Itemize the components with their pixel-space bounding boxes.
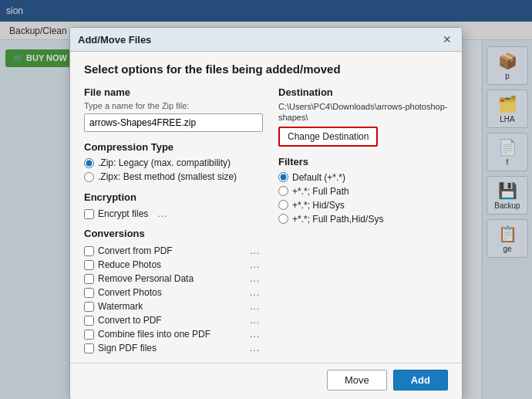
conversion-label-4: Watermark [98,301,143,312]
conversion-row-0: Convert from PDF ... [84,244,263,258]
conversion-row-1: Reduce Photos ... [84,258,263,272]
conversion-label-7: Sign PDF files [98,343,157,353]
conversion-dots-3[interactable]: ... [247,286,263,299]
destination-label: Destination [278,86,448,98]
conversion-checkbox-6[interactable] [84,330,94,340]
conversion-checkbox-7[interactable] [84,343,94,353]
dialog-close-button[interactable]: ✕ [440,32,454,46]
destination-path: C:\Users\PC4\Downloads\arrows-photoshop-… [278,101,448,123]
conversion-row-3: Convert Photos ... [84,286,263,299]
conversion-label-0: Convert from PDF [98,245,173,256]
conversion-checkbox-2[interactable] [84,274,94,284]
filter-default-label: Default (+*.*) [292,172,345,183]
add-button[interactable]: Add [393,370,448,391]
encryption-dots-button[interactable]: ... [154,208,170,220]
filter-fullpath-hidsys-radio[interactable] [278,214,288,224]
dialog-titlebar: Add/Move Files ✕ [70,28,462,52]
compression-legacy-label: .Zip: Legacy (max. compatibility) [98,157,231,168]
filter-hidsys-option[interactable]: +*.*; Hid/Sys [278,200,448,211]
conversion-dots-4[interactable]: ... [247,300,263,313]
conversion-checkbox-4[interactable] [84,302,94,312]
move-button[interactable]: Move [327,370,387,391]
compression-best-label: .Zipx: Best method (smallest size) [98,171,237,182]
compression-legacy-option[interactable]: .Zip: Legacy (max. compatibility) [84,157,263,168]
conversion-row-5: Convert to PDF ... [84,313,263,327]
conversion-checkbox-5[interactable] [84,316,94,326]
file-name-hint: Type a name for the Zip file: [84,101,263,110]
conversions-label: Conversions [84,228,263,239]
conversion-dots-2[interactable]: ... [247,272,263,285]
col-right: Destination C:\Users\PC4\Downloads\arrow… [278,86,448,355]
dialog-body: Select options for the files being added… [70,52,462,363]
filter-default-option[interactable]: Default (+*.*) [278,172,448,183]
conversion-checkbox-0[interactable] [84,246,94,256]
dialog-footer: Move Add [70,363,462,399]
compression-label: Compression Type [84,141,263,153]
compression-best-option[interactable]: .Zipx: Best method (smallest size) [84,171,263,182]
dialog-title: Add/Move Files [78,34,151,46]
filter-fullpath-radio[interactable] [278,186,288,196]
encrypt-files-label: Encrypt files [98,208,148,219]
add-move-dialog: Add/Move Files ✕ Select options for the … [69,27,463,399]
filter-fullpath-option[interactable]: +*.*; Full Path [278,186,448,197]
filter-fullpath-hidsys-label: +*.*; Full Path,Hid/Sys [292,214,383,225]
conversion-label-6: Combine files into one PDF [98,329,210,340]
conversion-dots-0[interactable]: ... [247,245,263,257]
compression-best-radio[interactable] [84,172,94,182]
conversion-checkbox-3[interactable] [84,288,94,298]
filter-hidsys-radio[interactable] [278,200,288,210]
conversion-label-2: Remove Personal Data [98,273,194,284]
conversion-label-1: Reduce Photos [98,259,161,270]
compression-radio-group: .Zip: Legacy (max. compatibility) .Zipx:… [84,157,263,182]
conversion-dots-7[interactable]: ... [247,342,263,354]
conversion-dots-1[interactable]: ... [247,259,263,271]
encrypt-files-option[interactable]: Encrypt files [84,208,148,219]
conversion-dots-5[interactable]: ... [247,314,263,326]
conversion-checkbox-1[interactable] [84,260,94,270]
filter-fullpath-label: +*.*; Full Path [292,186,349,197]
file-name-label: File name [84,86,263,98]
conversion-row-2: Remove Personal Data ... [84,272,263,286]
encryption-label: Encryption [84,191,263,203]
filter-hidsys-label: +*.*; Hid/Sys [292,200,345,211]
compression-legacy-radio[interactable] [84,158,94,168]
col-left: File name Type a name for the Zip file: … [84,86,263,355]
conversion-row-7: Sign PDF files ... [84,341,263,355]
encryption-section: Encryption Encrypt files ... [84,191,263,220]
conversion-label-5: Convert to PDF [98,315,162,326]
dialog-two-col: File name Type a name for the Zip file: … [84,86,448,355]
filters-radio-group: Default (+*.*) +*.*; Full Path +*.*; Hid… [278,172,448,225]
compression-section: Compression Type .Zip: Legacy (max. comp… [84,141,263,182]
conversion-label-3: Convert Photos [98,287,162,298]
dialog-subtitle: Select options for the files being added… [84,63,448,76]
encrypt-files-checkbox[interactable] [84,209,94,219]
file-name-input[interactable] [84,113,263,132]
filters-label: Filters [278,156,448,167]
conversion-dots-6[interactable]: ... [247,328,263,340]
conversion-row-6: Combine files into one PDF ... [84,327,263,341]
filter-default-radio[interactable] [278,172,288,182]
conversion-row-4: Watermark ... [84,299,263,313]
filter-fullpath-hidsys-option[interactable]: +*.*; Full Path,Hid/Sys [278,214,448,225]
change-destination-button[interactable]: Change Destination [278,127,378,147]
modal-overlay: Add/Move Files ✕ Select options for the … [0,0,532,399]
conversions-section: Conversions Convert from PDF ... Re [84,228,263,355]
